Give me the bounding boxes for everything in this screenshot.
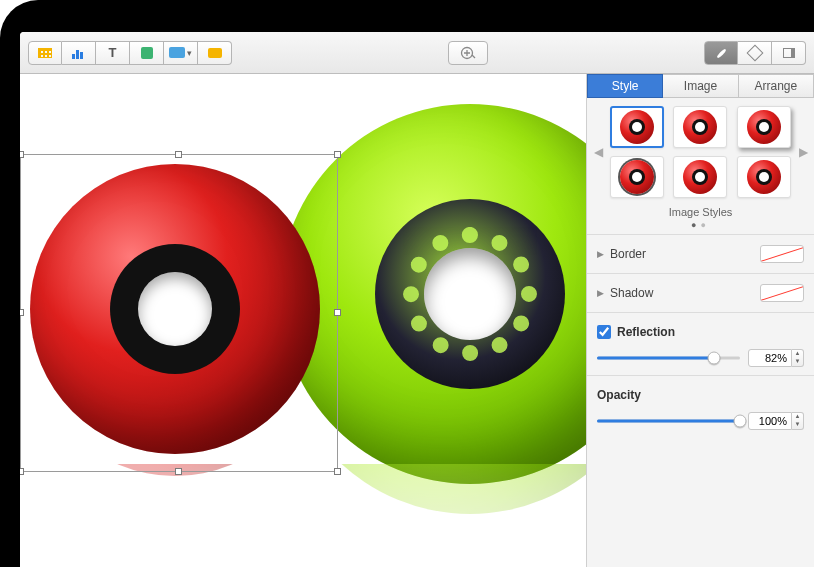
style-thumb-3[interactable]: [737, 106, 791, 148]
styles-page-dots[interactable]: ●●: [593, 220, 808, 230]
inspector-toggle-group: [704, 41, 806, 65]
brush-icon: [714, 46, 728, 60]
stepper-up-icon: ▲: [792, 350, 803, 358]
stepper-down-icon: ▼: [792, 358, 803, 366]
reflection-checkbox-row[interactable]: Reflection: [597, 325, 675, 339]
opacity-slider[interactable]: [597, 414, 740, 428]
panel-icon: [783, 48, 795, 58]
resize-handle-middle-left[interactable]: [20, 309, 24, 316]
opacity-label: Opacity: [597, 388, 641, 402]
disclosure-triangle-icon: ▶: [597, 249, 604, 259]
tab-style[interactable]: Style: [587, 74, 663, 98]
tab-image[interactable]: Image: [663, 74, 738, 98]
reflection-slider[interactable]: [597, 351, 740, 365]
styles-prev-button[interactable]: ◀: [593, 145, 603, 159]
resize-handle-top-middle[interactable]: [175, 151, 182, 158]
chevron-down-icon: ▾: [187, 48, 192, 58]
comment-icon: [208, 48, 222, 58]
shadow-disclosure[interactable]: ▶ Shadow: [597, 286, 653, 300]
shadow-label: Shadow: [610, 286, 653, 300]
shadow-section: ▶ Shadow: [587, 273, 814, 312]
disclosure-triangle-icon: ▶: [597, 288, 604, 298]
green-wheel-image[interactable]: [280, 104, 586, 484]
media-button[interactable]: ▾: [164, 41, 198, 65]
style-thumb-6[interactable]: [737, 156, 791, 198]
border-section: ▶ Border: [587, 234, 814, 273]
view-controls-group: T ▾: [28, 41, 232, 65]
comment-button[interactable]: [198, 41, 232, 65]
diamond-icon: [746, 44, 763, 61]
shape-icon: [141, 47, 153, 59]
filter-inspector-button[interactable]: [738, 41, 772, 65]
chart-icon: [72, 47, 86, 59]
toolbar: T ▾: [20, 32, 814, 74]
insert-icon: [460, 46, 476, 60]
main-area: Style Image Arrange ◀ ▶ Image Styles ●●: [20, 74, 814, 567]
red-wheel-image[interactable]: [30, 164, 320, 454]
image-styles-label: Image Styles: [593, 206, 808, 218]
shape-button[interactable]: [130, 41, 164, 65]
inspector-tabs: Style Image Arrange: [587, 74, 814, 98]
chart-button[interactable]: [62, 41, 96, 65]
resize-handle-top-left[interactable]: [20, 151, 24, 158]
reflection-stepper-buttons[interactable]: ▲▼: [792, 349, 804, 367]
text-icon: T: [109, 45, 117, 60]
reflection-label: Reflection: [617, 325, 675, 339]
reflection-value-input[interactable]: [748, 349, 792, 367]
style-thumb-5[interactable]: [673, 156, 727, 198]
image-styles-section: ◀ ▶ Image Styles ●●: [587, 98, 814, 234]
reflection-stepper: ▲▼: [748, 349, 804, 367]
app-window: T ▾: [20, 32, 814, 567]
border-label: Border: [610, 247, 646, 261]
stepper-down-icon: ▼: [792, 421, 803, 429]
document-canvas[interactable]: [20, 74, 586, 567]
stepper-up-icon: ▲: [792, 413, 803, 421]
reflection-render: [20, 464, 586, 567]
style-thumbnails: [609, 106, 792, 198]
tab-arrange[interactable]: Arrange: [739, 74, 814, 98]
media-icon: [169, 47, 185, 58]
opacity-stepper-buttons[interactable]: ▲▼: [792, 412, 804, 430]
table-icon: [38, 48, 52, 58]
opacity-value-input[interactable]: [748, 412, 792, 430]
style-thumb-4[interactable]: [610, 156, 664, 198]
table-button[interactable]: [28, 41, 62, 65]
style-thumb-2[interactable]: [673, 106, 727, 148]
opacity-section: Opacity ▲▼: [587, 375, 814, 438]
format-inspector-button[interactable]: [704, 41, 738, 65]
border-swatch-none[interactable]: [760, 245, 804, 263]
styles-next-button[interactable]: ▶: [798, 145, 808, 159]
insert-button[interactable]: [448, 41, 488, 65]
border-disclosure[interactable]: ▶ Border: [597, 247, 646, 261]
reflection-checkbox[interactable]: [597, 325, 611, 339]
text-button[interactable]: T: [96, 41, 130, 65]
style-thumb-1[interactable]: [610, 106, 664, 148]
panel-toggle-button[interactable]: [772, 41, 806, 65]
shadow-swatch-none[interactable]: [760, 284, 804, 302]
reflection-section: Reflection ▲▼: [587, 312, 814, 375]
opacity-stepper: ▲▼: [748, 412, 804, 430]
format-inspector: Style Image Arrange ◀ ▶ Image Styles ●●: [586, 74, 814, 567]
device-bezel: T ▾: [0, 0, 814, 567]
